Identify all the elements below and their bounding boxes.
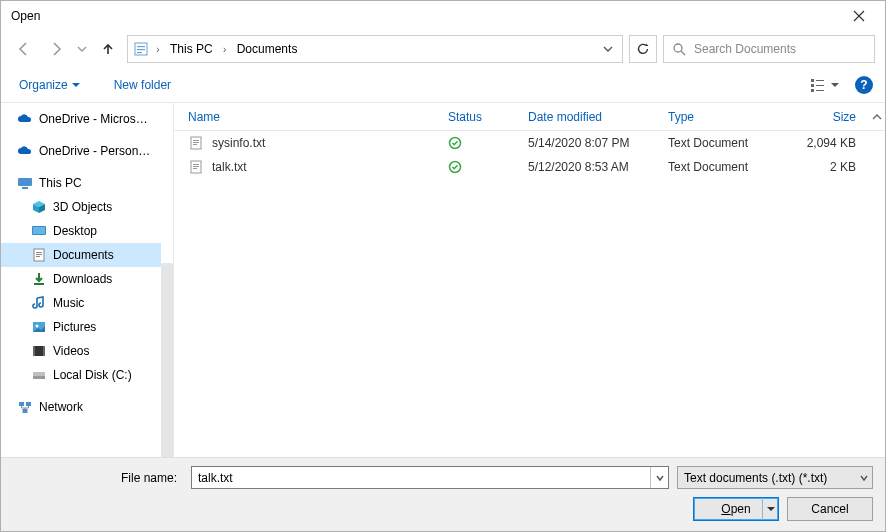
recent-locations-dropdown[interactable] xyxy=(75,36,89,62)
video-icon xyxy=(31,343,47,359)
svg-rect-32 xyxy=(193,140,199,141)
svg-rect-1 xyxy=(137,46,145,47)
picture-icon xyxy=(31,319,47,335)
svg-rect-33 xyxy=(193,142,199,143)
cancel-button[interactable]: Cancel xyxy=(787,497,873,521)
forward-button[interactable] xyxy=(43,36,69,62)
new-folder-button[interactable]: New folder xyxy=(108,74,177,96)
synced-icon xyxy=(448,160,516,174)
tree-videos[interactable]: Videos xyxy=(1,339,161,363)
col-status[interactable]: Status xyxy=(442,110,522,124)
tree-pictures[interactable]: Pictures xyxy=(1,315,161,339)
view-options-button[interactable] xyxy=(805,76,845,94)
svg-rect-16 xyxy=(36,252,42,253)
svg-rect-8 xyxy=(816,85,824,86)
tree-3d-objects[interactable]: 3D Objects xyxy=(1,195,161,219)
svg-rect-34 xyxy=(193,144,197,145)
text-file-icon xyxy=(188,135,204,151)
file-row[interactable]: sysinfo.txt 5/14/2020 8:07 PM Text Docum… xyxy=(174,131,885,155)
chevron-down-icon xyxy=(860,474,868,482)
tree-network[interactable]: Network xyxy=(1,395,161,419)
svg-rect-39 xyxy=(193,168,197,169)
svg-rect-30 xyxy=(23,409,28,413)
search-icon xyxy=(672,42,686,56)
svg-rect-7 xyxy=(811,84,814,87)
desktop-icon xyxy=(31,223,47,239)
file-list[interactable]: Name Status Date modified Type Size sysi… xyxy=(173,103,885,461)
svg-rect-9 xyxy=(811,89,814,92)
svg-rect-3 xyxy=(137,52,142,53)
close-button[interactable] xyxy=(837,2,881,30)
col-type[interactable]: Type xyxy=(662,110,782,124)
tree-documents[interactable]: Documents xyxy=(1,243,161,267)
tree-this-pc[interactable]: This PC xyxy=(1,171,161,195)
col-date[interactable]: Date modified xyxy=(522,110,662,124)
up-button[interactable] xyxy=(95,36,121,62)
cloud-icon xyxy=(17,143,33,159)
nav-tree[interactable]: OneDrive - Micros… OneDrive - Person… Th… xyxy=(1,103,161,461)
svg-rect-24 xyxy=(43,346,45,356)
svg-rect-37 xyxy=(193,164,199,165)
music-icon xyxy=(31,295,47,311)
tree-onedrive-ms[interactable]: OneDrive - Micros… xyxy=(1,107,161,131)
help-button[interactable]: ? xyxy=(855,76,873,94)
svg-point-21 xyxy=(36,325,39,328)
svg-rect-38 xyxy=(193,166,199,167)
chevron-right-icon: › xyxy=(152,44,164,55)
open-button[interactable]: Open xyxy=(693,497,779,521)
svg-rect-19 xyxy=(34,283,44,285)
svg-rect-5 xyxy=(811,79,814,82)
filename-label: File name: xyxy=(13,471,183,485)
col-name[interactable]: Name xyxy=(182,110,442,124)
disk-icon xyxy=(31,367,47,383)
tree-onedrive-personal[interactable]: OneDrive - Person… xyxy=(1,139,161,163)
svg-rect-6 xyxy=(816,80,824,81)
download-icon xyxy=(31,271,47,287)
text-file-icon xyxy=(188,159,204,175)
breadcrumb-item[interactable]: This PC xyxy=(164,36,219,62)
svg-rect-2 xyxy=(137,49,145,50)
organize-menu[interactable]: Organize xyxy=(13,74,86,96)
filename-input[interactable]: talk.txt xyxy=(191,466,669,489)
dialog-title: Open xyxy=(11,9,40,23)
search-placeholder: Search Documents xyxy=(694,42,796,56)
svg-rect-28 xyxy=(19,402,24,406)
network-icon xyxy=(17,399,33,415)
chevron-right-icon: › xyxy=(219,44,231,55)
synced-icon xyxy=(448,136,516,150)
cloud-icon xyxy=(17,111,33,127)
folder-icon xyxy=(130,36,152,62)
pc-icon xyxy=(17,175,33,191)
refresh-button[interactable] xyxy=(629,35,657,63)
filename-history-dropdown[interactable] xyxy=(650,467,668,488)
svg-point-27 xyxy=(42,377,44,379)
svg-rect-12 xyxy=(22,187,28,189)
tree-music[interactable]: Music xyxy=(1,291,161,315)
splitter[interactable] xyxy=(161,263,173,461)
file-row[interactable]: talk.txt 5/12/2020 8:53 AM Text Document… xyxy=(174,155,885,179)
svg-rect-23 xyxy=(33,346,35,356)
svg-rect-29 xyxy=(26,402,31,406)
svg-rect-18 xyxy=(36,256,40,257)
back-button[interactable] xyxy=(11,36,37,62)
document-icon xyxy=(31,247,47,263)
col-size[interactable]: Size xyxy=(782,110,862,124)
tree-desktop[interactable]: Desktop xyxy=(1,219,161,243)
svg-rect-11 xyxy=(18,178,32,186)
breadcrumb-item[interactable]: Documents xyxy=(231,36,304,62)
svg-rect-10 xyxy=(816,90,824,91)
search-input[interactable]: Search Documents xyxy=(663,35,875,63)
svg-point-4 xyxy=(674,44,682,52)
tree-local-disk[interactable]: Local Disk (C:) xyxy=(1,363,161,387)
scroll-up-icon[interactable] xyxy=(869,103,885,131)
file-type-filter[interactable]: Text documents (.txt) (*.txt) xyxy=(677,466,873,489)
svg-rect-17 xyxy=(36,254,42,255)
tree-downloads[interactable]: Downloads xyxy=(1,267,161,291)
breadcrumb[interactable]: › This PC › Documents xyxy=(127,35,623,63)
breadcrumb-dropdown[interactable] xyxy=(596,36,620,62)
cube-icon xyxy=(31,199,47,215)
svg-rect-14 xyxy=(33,227,45,234)
open-split-dropdown[interactable] xyxy=(762,498,778,520)
